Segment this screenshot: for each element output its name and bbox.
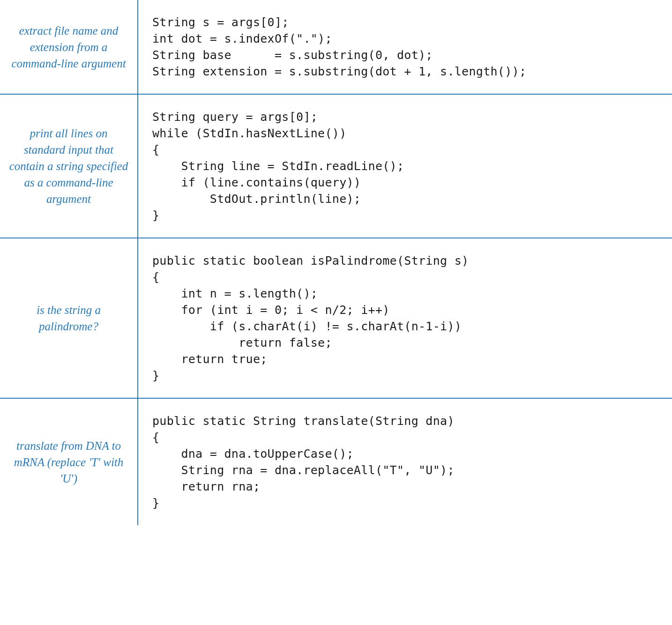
description-text: extract file name and extension from a c… <box>8 22 129 72</box>
code-text: public static boolean isPalindrome(Strin… <box>152 253 469 384</box>
description-cell: extract file name and extension from a c… <box>0 0 138 94</box>
description-cell: is the string a palindrome? <box>0 238 138 398</box>
table-row: extract file name and extension from a c… <box>0 0 672 95</box>
code-text: String s = args[0]; int dot = s.indexOf(… <box>152 14 526 80</box>
description-text: print all lines on standard input that c… <box>8 125 129 207</box>
table-row: print all lines on standard input that c… <box>0 95 672 238</box>
description-text: is the string a palindrome? <box>8 302 129 335</box>
string-examples-table: extract file name and extension from a c… <box>0 0 672 525</box>
description-text: translate from DNA to mRNA (replace 'T' … <box>8 438 129 487</box>
code-cell: String s = args[0]; int dot = s.indexOf(… <box>138 0 672 94</box>
code-text: String query = args[0]; while (StdIn.has… <box>152 109 404 223</box>
description-cell: translate from DNA to mRNA (replace 'T' … <box>0 399 138 525</box>
table-row: is the string a palindrome? public stati… <box>0 238 672 399</box>
code-cell: String query = args[0]; while (StdIn.has… <box>138 95 672 238</box>
code-text: public static String translate(String dn… <box>152 413 455 511</box>
description-cell: print all lines on standard input that c… <box>0 95 138 238</box>
table-row: translate from DNA to mRNA (replace 'T' … <box>0 399 672 525</box>
code-cell: public static boolean isPalindrome(Strin… <box>138 238 672 398</box>
code-cell: public static String translate(String dn… <box>138 399 672 525</box>
